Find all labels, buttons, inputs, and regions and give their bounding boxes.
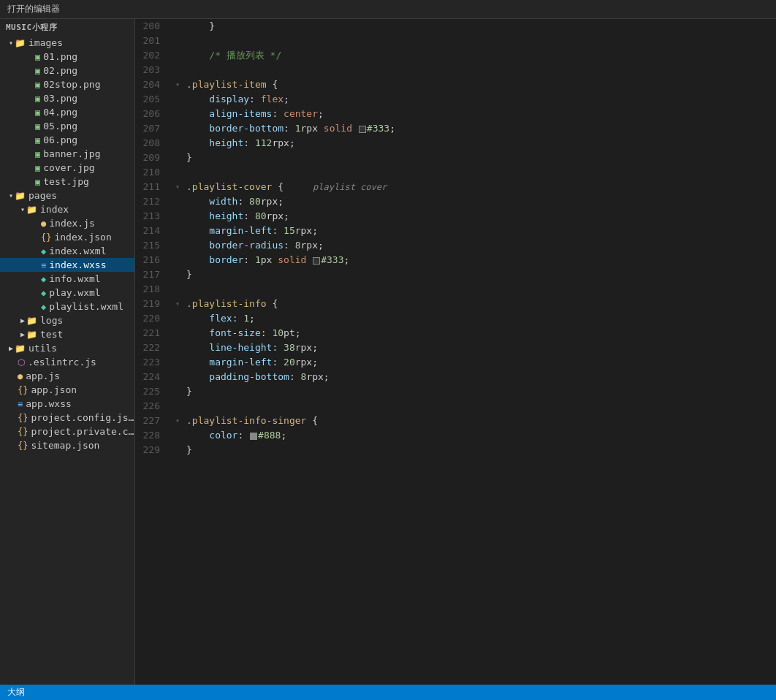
playlist-cover-annotation: playlist cover [313, 182, 387, 192]
code-content: margin-left: 15rpx; [183, 224, 776, 238]
code-lines: 200 }201202 /* 播放列表 */203204▾.playlist-i… [135, 19, 776, 457]
code-line: 216 border: 1px solid #333; [135, 253, 776, 267]
sidebar-item-eslintrc[interactable]: ⬡.eslintrc.js [0, 355, 134, 369]
sidebar-item-label: project.config.json [31, 412, 134, 423]
line-number: 202 [135, 48, 172, 63]
chevron-icon: ▶ [9, 344, 13, 352]
sidebar-item-indexwxss[interactable]: ≡index.wxss [0, 258, 134, 272]
code-line: 211▾.playlist-cover {playlist cover [135, 180, 776, 194]
sidebar-item-indexwxml[interactable]: ◆index.wxml [0, 244, 134, 258]
code-content: } [183, 267, 776, 282]
line-number: 212 [135, 194, 172, 209]
json-icon: {} [18, 385, 28, 395]
sidebar-item-label: info.wxml [49, 273, 134, 284]
sidebar-item-label: app.wxss [26, 398, 134, 409]
sidebar-item-03png[interactable]: ▣03.png [0, 91, 134, 105]
code-line: 209} [135, 151, 776, 165]
folder-icon: 📁 [15, 38, 26, 48]
sidebar-item-sitemapjson[interactable]: {}sitemap.json [0, 438, 134, 452]
sidebar-item-04png[interactable]: ▣04.png [0, 105, 134, 119]
sidebar-item-logs-folder[interactable]: ▶📁logs [0, 313, 134, 327]
sidebar-item-02png[interactable]: ▣02.png [0, 64, 134, 77]
png-icon: ▣ [35, 121, 40, 132]
wxml-icon: ◆ [41, 246, 46, 256]
sidebar-item-test-folder[interactable]: ▶📁test [0, 327, 134, 341]
code-line: 217} [135, 267, 776, 282]
line-number: 225 [135, 384, 172, 399]
sidebar-item-utils-folder[interactable]: ▶📁utils [0, 341, 134, 355]
code-line: 219▾.playlist-info { [135, 297, 776, 311]
sidebar-item-label: 01.png [43, 51, 134, 62]
sidebar-item-label: banner.jpg [43, 148, 134, 159]
line-number: 215 [135, 238, 172, 253]
sidebar-item-label: project.private.config.js... [31, 426, 134, 437]
folder-icon: 📁 [26, 205, 37, 215]
editor-content[interactable]: 200 }201202 /* 播放列表 */203204▾.playlist-i… [135, 19, 776, 685]
line-number: 210 [135, 165, 172, 180]
sidebar-tree: ▾📁images▣01.png▣02.png▣02stop.png▣03.png… [0, 36, 134, 452]
code-content: .playlist-info { [183, 297, 776, 311]
sidebar-item-label: 02.png [43, 65, 134, 76]
sidebar-item-appjson[interactable]: {}app.json [0, 383, 134, 397]
sidebar-item-playlistwxml[interactable]: ◆playlist.wxml [0, 300, 134, 313]
sidebar-item-indexjson[interactable]: {}index.json [0, 230, 134, 244]
sidebar-item-05png[interactable]: ▣05.png [0, 119, 134, 133]
code-content: font-size: 10pt; [183, 326, 776, 341]
code-content: .playlist-item { [183, 77, 776, 92]
sidebar-item-label: 02stop.png [43, 79, 134, 90]
sidebar-item-label: app.js [26, 370, 134, 381]
png-icon: ▣ [35, 80, 40, 90]
code-content: flex: 1; [183, 311, 776, 326]
sidebar-item-label: 04.png [43, 107, 134, 118]
line-number: 224 [135, 370, 172, 384]
sidebar-item-label: .eslintrc.js [28, 357, 134, 368]
sidebar-item-appwxss[interactable]: ≡app.wxss [0, 397, 134, 411]
sidebar-item-label: index.wxml [49, 246, 134, 256]
sidebar-item-pages-folder[interactable]: ▾📁pages [0, 189, 134, 202]
sidebar-item-label: play.wxml [49, 287, 134, 298]
line-number: 206 [135, 107, 172, 121]
line-number: 227 [135, 414, 172, 428]
sidebar-item-images-folder[interactable]: ▾📁images [0, 36, 134, 50]
sidebar-item-01png[interactable]: ▣01.png [0, 50, 134, 64]
code-content: } [183, 19, 776, 34]
sidebar-item-indexjs[interactable]: ●index.js [0, 216, 134, 230]
code-line: 224 padding-bottom: 8rpx; [135, 370, 776, 384]
code-line: 226 [135, 399, 776, 414]
code-line: 203 [135, 63, 776, 77]
sidebar-item-06png[interactable]: ▣06.png [0, 133, 134, 147]
sidebar-item-label: sitemap.json [31, 440, 134, 451]
line-number: 219 [135, 297, 172, 311]
fold-gutter[interactable]: ▾ [172, 414, 183, 428]
code-content: border-bottom: 1rpx solid #333; [183, 121, 776, 136]
top-bar-label: 打开的编辑器 [7, 4, 60, 14]
folder-icon: 📁 [26, 330, 37, 340]
code-line: 212 width: 80rpx; [135, 194, 776, 209]
sidebar-item-index-folder[interactable]: ▾📁index [0, 202, 134, 216]
sidebar-item-infowxml[interactable]: ◆info.wxml [0, 272, 134, 286]
sidebar-item-label: index.wxss [49, 259, 134, 270]
json-icon: {} [18, 413, 28, 423]
code-content: .playlist-info-singer { [183, 414, 776, 428]
sidebar-item-projectprivate[interactable]: {}project.private.config.js... [0, 425, 134, 438]
fold-gutter[interactable]: ▾ [172, 297, 183, 311]
editor-area: 200 }201202 /* 播放列表 */203204▾.playlist-i… [135, 19, 776, 685]
code-content: margin-left: 20rpx; [183, 355, 776, 370]
js-icon: ● [41, 218, 46, 229]
sidebar-item-appjs[interactable]: ●app.js [0, 369, 134, 383]
sidebar-item-projectconfig[interactable]: {}project.config.json [0, 411, 134, 425]
sidebar-item-02stoppng[interactable]: ▣02stop.png [0, 77, 134, 91]
code-content: border: 1px solid #333; [183, 253, 776, 267]
line-number: 207 [135, 121, 172, 136]
sidebar-item-coverjpg[interactable]: ▣cover.jpg [0, 161, 134, 175]
line-number: 222 [135, 341, 172, 355]
sidebar-item-playwxml[interactable]: ◆play.wxml [0, 286, 134, 300]
fold-gutter[interactable]: ▾ [172, 77, 183, 92]
fold-gutter[interactable]: ▾ [172, 180, 183, 194]
sidebar-item-testjpg[interactable]: ▣test.jpg [0, 175, 134, 189]
sidebar-item-bannerjpg[interactable]: ▣banner.jpg [0, 147, 134, 161]
code-line: 213 height: 80rpx; [135, 209, 776, 224]
json-icon: {} [41, 232, 51, 243]
code-line: 202 /* 播放列表 */ [135, 48, 776, 63]
code-line: 222 line-height: 38rpx; [135, 341, 776, 355]
